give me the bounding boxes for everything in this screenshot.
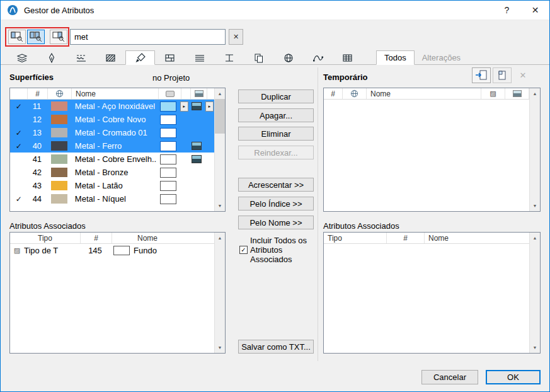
ok-button[interactable]: OK xyxy=(486,370,541,384)
paint-swatch[interactable] xyxy=(160,128,176,138)
view-right-list-button[interactable] xyxy=(50,30,67,44)
col-tipo[interactable]: Tipo xyxy=(10,233,81,243)
eliminar-button[interactable]: Eliminar xyxy=(238,127,314,141)
right-assoc-header[interactable]: Tipo # Nome xyxy=(324,233,529,244)
table-row[interactable]: 42Metal - Bronze xyxy=(10,166,214,179)
scroll-down-icon[interactable]: ▼ xyxy=(530,342,540,353)
scroll-up-icon[interactable]: ▲ xyxy=(215,88,225,99)
col-index[interactable]: # xyxy=(28,88,48,99)
import-button[interactable] xyxy=(472,67,491,83)
col-num[interactable]: # xyxy=(387,233,425,243)
paint-swatch-cell[interactable] xyxy=(157,179,180,192)
row-check[interactable]: ✓ xyxy=(10,100,28,113)
tab-composites[interactable] xyxy=(155,51,185,64)
scroll-up-icon[interactable]: ▲ xyxy=(530,233,540,243)
paint-swatch[interactable] xyxy=(160,194,176,204)
pelo-nome-button[interactable]: Pelo Nome >> xyxy=(238,216,314,229)
row-check[interactable] xyxy=(10,113,28,126)
scroll-up-icon[interactable]: ▲ xyxy=(530,88,540,99)
reindexar-button[interactable]: Reindexar... xyxy=(238,146,314,159)
paint-swatch-cell[interactable] xyxy=(157,166,180,179)
close-button[interactable]: ✕ xyxy=(521,1,549,20)
help-button[interactable]: ? xyxy=(493,1,521,20)
tab-line-types[interactable] xyxy=(66,51,96,64)
col-swatch[interactable] xyxy=(159,88,181,99)
paint-swatch[interactable] xyxy=(160,101,176,112)
row-check[interactable] xyxy=(10,166,28,179)
table-row[interactable]: 12Metal - Cobre Novo xyxy=(10,113,214,126)
tab-layers[interactable] xyxy=(7,51,37,64)
paint-swatch-cell[interactable] xyxy=(157,139,180,153)
scroll-down-icon[interactable]: ▼ xyxy=(215,200,225,211)
col-nome[interactable]: Nome xyxy=(425,233,529,243)
surfaces-table-header[interactable]: # Nome xyxy=(10,88,214,100)
texture-expand-button[interactable]: ► xyxy=(205,101,214,112)
table-row[interactable]: ✓44Metal - Níquel xyxy=(10,192,214,205)
paint-swatch-cell[interactable] xyxy=(157,153,180,166)
row-check[interactable] xyxy=(10,179,28,192)
tab-operation-profiles[interactable] xyxy=(303,51,333,64)
salvar-txt-button[interactable]: Salvar como TXT... xyxy=(238,340,314,354)
row-check[interactable] xyxy=(10,153,28,166)
texture-icon[interactable] xyxy=(192,155,202,163)
duplicar-button[interactable]: Duplicar xyxy=(238,89,314,103)
scroll-down-icon[interactable]: ▼ xyxy=(530,200,540,211)
tab-cities[interactable] xyxy=(273,51,303,64)
col-color[interactable] xyxy=(48,88,72,99)
col-nome[interactable]: Nome xyxy=(112,233,214,243)
table-row[interactable]: ✓13Metal - Cromado 01 xyxy=(10,126,214,139)
col-color[interactable] xyxy=(343,88,367,99)
new-copy-button[interactable] xyxy=(493,67,512,83)
tab-alteracoes[interactable]: Alterações xyxy=(415,50,468,64)
texture-icon[interactable] xyxy=(192,102,202,110)
col-name[interactable]: Nome xyxy=(367,88,481,99)
tab-markup-styles[interactable] xyxy=(244,51,273,64)
delete-temp-button[interactable]: ✕ xyxy=(513,67,532,83)
scroll-thumb[interactable] xyxy=(215,99,225,134)
tab-zone-categories[interactable] xyxy=(214,51,244,64)
scroll-down-icon[interactable]: ▼ xyxy=(215,342,225,353)
surfaces-scrollbar[interactable]: ▲ ▼ xyxy=(214,88,225,211)
table-row[interactable]: 43Metal - Latão xyxy=(10,179,214,192)
tab-surfaces[interactable] xyxy=(125,50,155,65)
search-input[interactable] xyxy=(70,29,226,45)
left-assoc-scrollbar[interactable]: ▲ ▼ xyxy=(214,233,225,353)
tab-pens[interactable] xyxy=(37,51,66,64)
clear-search-button[interactable]: ✕ xyxy=(229,29,243,45)
paint-swatch[interactable] xyxy=(160,168,176,178)
col-check[interactable] xyxy=(10,88,28,99)
paint-swatch[interactable] xyxy=(160,141,176,151)
tab-profiles[interactable] xyxy=(185,51,214,64)
paint-swatch-cell[interactable] xyxy=(157,100,180,113)
apagar-button[interactable]: Apagar... xyxy=(238,108,314,122)
col-name[interactable]: Nome xyxy=(72,88,159,99)
incluir-checkbox[interactable]: ✓ xyxy=(239,246,248,254)
cancel-button[interactable]: Cancelar xyxy=(421,370,478,384)
paint-swatch-cell[interactable] xyxy=(157,126,180,139)
row-check[interactable]: ✓ xyxy=(10,126,28,139)
acrescentar-button[interactable]: Acrescentar >> xyxy=(238,178,314,192)
table-row[interactable]: ▨Tipo de T145Fundo xyxy=(10,244,214,257)
col-index[interactable]: # xyxy=(324,88,343,99)
view-split-lists-button[interactable] xyxy=(27,30,45,44)
paint-swatch-cell[interactable] xyxy=(157,192,180,205)
left-assoc-header[interactable]: Tipo # Nome xyxy=(10,233,214,244)
paint-swatch[interactable] xyxy=(160,154,176,164)
right-assoc-scrollbar[interactable]: ▲ ▼ xyxy=(529,233,540,353)
tab-mep-systems[interactable] xyxy=(333,51,362,64)
row-check[interactable]: ✓ xyxy=(10,139,28,153)
tab-fill-types[interactable] xyxy=(96,51,125,64)
temp-table-header[interactable]: # Nome ▨ xyxy=(324,88,529,100)
col-texture[interactable] xyxy=(191,88,207,99)
scroll-up-icon[interactable]: ▲ xyxy=(215,233,225,243)
paint-swatch-cell[interactable] xyxy=(157,113,180,126)
pelo-indice-button[interactable]: Pelo Índice >> xyxy=(238,197,314,210)
table-row[interactable]: ✓40Metal - Ferro xyxy=(10,139,214,153)
col-tipo[interactable]: Tipo xyxy=(324,233,387,243)
view-left-list-button[interactable] xyxy=(8,30,26,44)
col-fill[interactable]: ▨ xyxy=(481,88,505,99)
tab-todos[interactable]: Todos xyxy=(376,50,415,65)
paint-swatch[interactable] xyxy=(160,181,176,191)
texture-icon[interactable] xyxy=(192,142,202,150)
col-texture[interactable] xyxy=(505,88,529,99)
